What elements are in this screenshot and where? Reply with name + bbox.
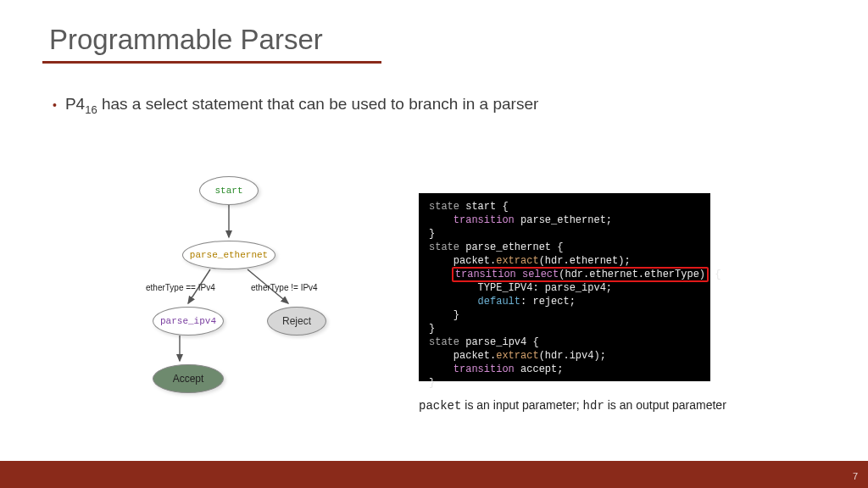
kw-state: state <box>429 336 465 348</box>
code-text: (hdr.ethernet); <box>539 255 631 267</box>
bullet-rest: has a select statement that can be used … <box>97 95 539 113</box>
caption-mono-packet: packet <box>419 399 461 413</box>
caption-text: is an output parameter <box>604 398 726 412</box>
code-text: } <box>429 228 435 240</box>
node-reject: Reject <box>267 307 326 336</box>
kw-extract: extract <box>496 350 538 362</box>
caption-text: is an input parameter; <box>461 398 582 412</box>
code-text: parse_ethernet; <box>520 214 612 226</box>
node-parse-ethernet: parse_ethernet <box>182 241 275 269</box>
code-text: : reject; <box>520 296 576 308</box>
kw-transition: transition <box>429 363 520 375</box>
kw-transition-select: transition select <box>455 269 559 280</box>
caption-mono-hdr: hdr <box>583 399 604 413</box>
kw-extract: extract <box>496 255 538 267</box>
page-number: 7 <box>853 471 858 481</box>
edge-label-ipv4: etherType == IPv4 <box>146 283 215 292</box>
edge-label-not-ipv4: etherType != IPv4 <box>251 283 318 292</box>
code-caption: packet is an input parameter; hdr is an … <box>419 398 726 413</box>
code-text: packet. <box>429 255 496 267</box>
bullet-dot-icon: • <box>53 99 57 111</box>
code-text: } <box>429 323 435 335</box>
bullet-item: • P416 has a select statement that can b… <box>53 95 538 116</box>
code-text: } <box>429 309 459 321</box>
code-text <box>429 296 478 308</box>
code-text: { <box>709 269 721 280</box>
code-text: packet. <box>429 350 496 362</box>
bullet-prefix: P4 <box>65 95 85 113</box>
code-text: (hdr.ethernet.etherType) <box>559 269 705 280</box>
code-text: } <box>429 377 435 389</box>
kw-state: state <box>429 241 465 253</box>
code-text: (hdr.ipv4); <box>539 350 606 362</box>
footer-bar: 7 <box>0 461 868 488</box>
title-underline <box>42 61 381 64</box>
code-block: state start { transition parse_ethernet;… <box>419 193 710 381</box>
node-accept: Accept <box>153 364 224 393</box>
code-text: start { <box>465 201 508 213</box>
code-text: accept; <box>520 363 563 375</box>
node-parse-ipv4: parse_ipv4 <box>153 307 224 336</box>
bullet-text: P416 has a select statement that can be … <box>65 95 538 116</box>
kw-default: default <box>478 296 520 308</box>
code-text <box>429 269 453 280</box>
bullet-subscript: 16 <box>85 103 97 116</box>
kw-transition: transition <box>429 214 520 226</box>
code-text: parse_ethernet { <box>465 241 563 253</box>
highlighted-code: transition select(hdr.ethernet.etherType… <box>452 267 709 282</box>
kw-state: state <box>429 201 465 213</box>
parser-flowchart: start parse_ethernet parse_ipv4 Reject A… <box>136 176 373 396</box>
node-start: start <box>199 176 259 205</box>
code-text: TYPE_IPV4: parse_ipv4; <box>429 282 612 294</box>
code-text: parse_ipv4 { <box>465 336 538 348</box>
slide-title: Programmable Parser <box>49 24 323 63</box>
